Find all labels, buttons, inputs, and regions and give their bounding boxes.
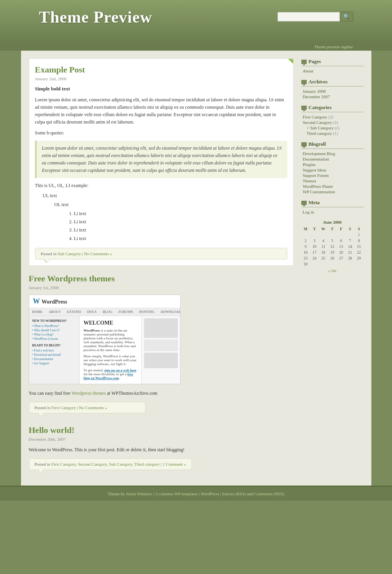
archives-icon [301,80,307,84]
meta-icon [301,201,307,205]
calendar-title: June 2008 [301,220,364,224]
footer-link2[interactable]: 3 columns WP templates [155,491,198,496]
archives-list: January 2008 December 2007 [301,89,364,99]
list-item: Li text [74,210,287,217]
footer-link4[interactable]: Entries (RSS) [222,491,246,496]
footer-cat-link-wp[interactable]: First Category [51,405,76,410]
sidebar-archives: Archives January 2008 December 2007 [301,79,364,99]
post-paragraph1: Lorem ipsum dolor sit amet, consectetur … [35,96,287,126]
tagline-bar: Theme preview tagline [0,43,392,51]
blockquote: Lorem ipsum dolor sit amet, consectetur … [35,141,287,178]
cal-row: 2 3 4 5 6 7 8 [301,238,364,244]
list-container: UL text OL text Li text Li text Li text … [35,192,287,242]
sidebar-item-third-category: Third category (1) [303,131,364,136]
post-hello-world: Hello world! December 26th, 2007 Welcome… [29,425,294,470]
sidebar-item-first-category: First Category (2) [303,115,364,119]
blogroll-list: Development Blog Documentation Plugins S… [301,151,364,194]
footer-category-link[interactable]: Sub Category [58,251,81,256]
footer-author-link[interactable]: Justin Winslow [126,491,153,496]
sidebar-item-second-category: Second Category (2) [303,120,364,125]
cal-row: 9 10 11 12 13 14 15 [301,244,364,249]
post-date-example: January 2nd, 2008 [35,76,287,81]
sidebar-item-login: Log in [303,210,364,214]
post-date-wp: January 1st, 2008 [29,285,294,290]
cal-th-s2: S [355,226,364,232]
wrapper: NEW! Example Post January 2nd, 2008 Simp… [21,51,371,486]
cal-th-s1: S [346,226,355,232]
post-date-hello: December 26th, 2007 [29,437,294,442]
content-area: NEW! Example Post January 2nd, 2008 Simp… [21,51,371,486]
sidebar-item-support: Support Forum [303,173,364,178]
ul-item: UL text [43,192,287,200]
post-paragraph-hello: Welcome to WordPress. This is your first… [29,446,294,454]
wp-screenshot: W WordPress HOMEABOUTEXTENDDOCSBLOGFORUM… [29,295,181,384]
header: Theme Preview 🔍 [0,0,392,43]
footer-link5[interactable]: Comments (RSS) [254,491,284,496]
cal-th-w: W [319,226,328,232]
sidebar-pages: Pages About [301,58,364,73]
ul-label: This is UL, OL, LI example: [35,182,287,189]
wp-themes-link[interactable]: Wordpress themes [72,390,106,396]
footer-and: and [247,491,254,496]
footer: Theme by Justin Winslow | 3 columns WP t… [0,486,392,501]
sidebar-meta-heading: Meta [301,200,364,207]
cal-th-f: F [337,226,346,232]
post-paragraph-wp: You can easy find free Wordpress themes … [29,390,294,397]
post-title-hello[interactable]: Hello world! [29,425,294,435]
sidebar-meta: Meta Log in [301,200,364,214]
sidebar-item-plugins: Plugins [303,162,364,167]
post-wp-themes: Free Wordpress themes January 1st, 2008 … [29,274,294,413]
sidebar-blogroll-heading: Blogroll [301,141,364,149]
sidebar-item-docs: Documentation [303,157,364,161]
cal-th-t1: T [310,226,319,232]
footer-prefix: Posted in [41,251,58,256]
footer-cat4-hello[interactable]: Third category [134,462,160,466]
footer-cat3-hello[interactable]: Sub Category [109,462,132,466]
search-input[interactable] [278,12,340,21]
cal-row: 30 [301,261,364,267]
calendar-prev[interactable]: « Jan [301,267,364,274]
tagline-text: Theme preview tagline [314,44,353,49]
sidebar-blogroll: Blogroll Development Blog Documentation … [301,141,364,194]
post-footer-wp: Posted in First Category | No Comments » [29,402,146,413]
sidebar-item-about: About [303,69,364,73]
sidebar-item-suggest: Suggest Ideas [303,168,364,172]
footer-cat2-hello[interactable]: Second Category [78,462,107,466]
list-item: Li text [74,218,287,226]
footer-cat1-hello[interactable]: First Category [51,462,76,466]
sidebar-calendar: June 2008 M T W T F S S [301,220,364,274]
sidebar: Pages About Archives January 2008 Decemb… [301,58,364,478]
cal-row: 16 17 18 19 20 21 22 [301,249,364,255]
categories-list: First Category (2) Second Category (2) +… [301,115,364,136]
sidebar-item-jan2008: January 2008 [303,89,364,94]
cal-row: 1 [301,232,364,238]
calendar-table: June 2008 M T W T F S S [301,220,364,274]
search-form: 🔍 [278,12,353,21]
post-example: NEW! Example Post January 2nd, 2008 Simp… [29,58,294,266]
list-item: Li text [74,235,287,242]
footer-comments-link-wp[interactable]: No Comments » [79,405,107,410]
post-footer-example: Posted in Sub Category | No Comments » [35,248,287,260]
cal-th-t2: T [328,226,337,232]
post-title-example[interactable]: Example Post [35,65,287,75]
sidebar-item-wp-custom: WP Customization [303,189,364,194]
blogroll-icon [301,142,307,147]
calendar-body: 1 2 3 4 5 6 7 8 9 10 [301,232,364,267]
footer-comments-hello[interactable]: 1 Comment » [163,462,186,466]
sidebar-categories: Categories First Category (2) Second Cat… [301,104,364,136]
footer-link3[interactable]: WordPress [201,491,219,496]
footer-comments-link[interactable]: No Comments » [84,251,112,256]
footer-theme-by: Theme by [108,491,125,496]
post-title-wp[interactable]: Free Wordpress themes [29,274,294,284]
ol-item: OL text Li text Li text Li text Li text [43,201,287,242]
li-list: Li text Li text Li text Li text [66,210,287,242]
post-content-example: Simple bold text Lorem ipsum dolor sit a… [35,85,287,242]
post-subheading: Simple bold text [35,85,287,93]
main-content: NEW! Example Post January 2nd, 2008 Simp… [29,58,301,478]
sidebar-pages-heading: Pages [301,58,364,66]
list-item: Li text [74,226,287,234]
sidebar-item-sub-category: + Sub Category (2) [303,125,364,130]
pages-list: About [301,69,364,73]
search-button[interactable]: 🔍 [340,12,353,21]
sidebar-item-wp-planet: WordPress Planet [303,184,364,189]
